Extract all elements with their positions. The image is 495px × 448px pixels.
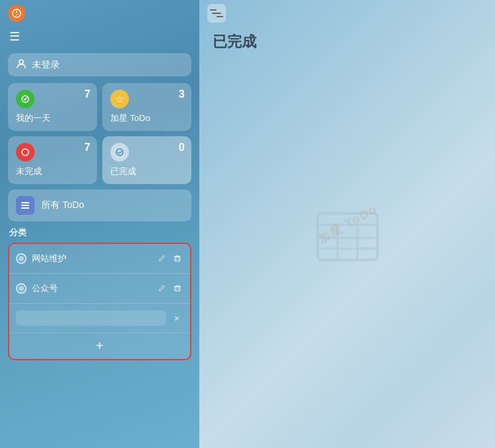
category-item-wechat[interactable]: 公众号 (9, 277, 190, 300)
card-my-day-count: 7 (84, 88, 90, 100)
svg-rect-11 (175, 257, 180, 261)
add-category-button[interactable]: + (9, 332, 190, 359)
category-radio-wechat[interactable] (16, 283, 27, 294)
card-starred-count: 3 (179, 88, 185, 100)
svg-rect-9 (21, 207, 29, 209)
svg-rect-13 (175, 286, 180, 291)
user-label: 未登录 (32, 59, 60, 71)
all-todo-icon (16, 196, 35, 215)
category-new-input[interactable] (16, 310, 166, 326)
card-incomplete-count: 7 (84, 142, 90, 154)
main-top-bar (199, 0, 495, 27)
card-completed-count: 0 (179, 142, 185, 154)
card-completed-label: 已完成 (110, 166, 183, 177)
category-radio-inner-wechat (19, 286, 24, 291)
cards-grid: 7 我的一天 3 ☆ 加星 ToDo 7 (0, 83, 199, 184)
sort-icon-bot (217, 16, 223, 17)
all-todo-label: 所有 ToDo (41, 199, 84, 211)
category-input-row: × (9, 306, 190, 331)
svg-rect-14 (318, 213, 377, 260)
cat-actions-website (155, 253, 183, 265)
menu-bar: ☰ (0, 27, 199, 49)
empty-state (199, 65, 495, 448)
category-edit-wechat[interactable] (155, 282, 167, 294)
category-edit-website[interactable] (155, 253, 167, 265)
card-incomplete-label: 未完成 (16, 166, 89, 177)
hamburger-menu[interactable]: ☰ (9, 29, 190, 44)
user-section[interactable]: 未登录 (8, 53, 191, 76)
category-divider-1 (9, 273, 190, 274)
svg-point-3 (19, 60, 23, 64)
card-completed-icon (110, 143, 129, 162)
categories-list-box: 网站维护 (8, 243, 191, 360)
card-starred[interactable]: 3 ☆ 加星 ToDo (102, 83, 191, 131)
svg-point-6 (116, 149, 123, 156)
category-label-website: 网站维护 (32, 253, 150, 265)
user-icon (16, 58, 27, 71)
sidebar: ☰ 未登录 7 我的一天 3 ☆ (0, 0, 199, 448)
svg-marker-1 (16, 10, 18, 13)
categories-title: 分类 (8, 227, 191, 239)
card-incomplete[interactable]: 7 未完成 (8, 136, 97, 184)
card-completed[interactable]: 0 已完成 (102, 136, 191, 184)
category-delete-wechat[interactable] (171, 282, 183, 294)
svg-rect-8 (21, 205, 29, 206)
svg-rect-7 (21, 202, 29, 203)
card-starred-icon: ☆ (110, 90, 129, 108)
app-icon[interactable] (8, 5, 25, 22)
category-close-button[interactable]: × (170, 312, 183, 325)
card-my-day[interactable]: 7 我的一天 (8, 83, 97, 131)
main-title: 已完成 (199, 27, 495, 65)
category-radio-inner-website (19, 256, 24, 261)
sort-icon-mid (212, 13, 221, 14)
categories-section: 分类 网站维护 (8, 227, 191, 448)
sort-icon-top (210, 9, 217, 11)
card-my-day-icon (16, 90, 35, 108)
svg-point-5 (22, 149, 29, 156)
card-starred-label: 加星 ToDo (110, 112, 183, 124)
category-item-website[interactable]: 网站维护 (9, 247, 190, 271)
card-my-day-label: 我的一天 (16, 112, 89, 124)
sidebar-top-bar (0, 0, 199, 27)
category-delete-website[interactable] (171, 253, 183, 265)
category-divider-2 (9, 303, 190, 304)
category-label-wechat: 公众号 (32, 282, 150, 294)
category-radio-website[interactable] (16, 253, 27, 264)
all-todo-row[interactable]: 所有 ToDo (8, 189, 191, 221)
main-content: 已完成 加星 ToDo (199, 0, 495, 448)
empty-icon (314, 210, 381, 263)
sort-button[interactable] (207, 4, 226, 23)
svg-marker-2 (16, 14, 18, 17)
card-incomplete-icon (16, 143, 35, 162)
cat-actions-wechat (155, 282, 183, 294)
